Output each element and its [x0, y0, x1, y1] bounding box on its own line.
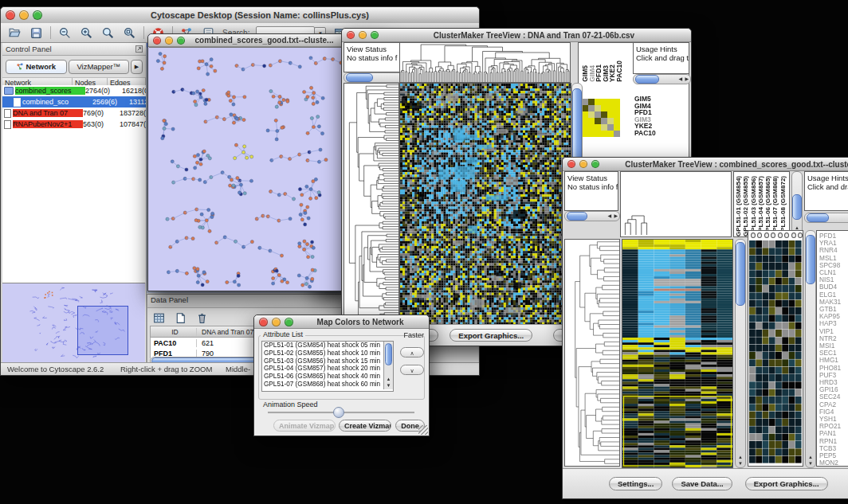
column-dendrogram-canvas[interactable] [622, 214, 650, 235]
column-label[interactable]: GPL51-07 (GSM868) [771, 176, 779, 236]
treeview-action-button[interactable]: Export Graphics... [745, 477, 828, 490]
network-list-item[interactable]: RNAPuberNov2+1 563(0) 107847(0) [2, 119, 146, 130]
zoom-selected-button[interactable] [100, 25, 116, 41]
zoom-out-button[interactable] [57, 25, 73, 41]
minimize-button[interactable] [165, 37, 173, 45]
column-labels-vscrollbar[interactable]: ▲ ▼ [791, 171, 803, 239]
column-dendrogram-panel[interactable] [399, 42, 571, 83]
overview-viewport-rect[interactable] [77, 306, 128, 355]
tab-vizmapper[interactable]: VizMapper™ [69, 60, 130, 74]
zoom-heatmap-panel[interactable] [748, 230, 803, 467]
save-session-button[interactable] [29, 25, 44, 41]
maximize-button[interactable] [177, 37, 185, 45]
window-titlebar[interactable]: ClusterMaker TreeView : DNA and Tran 07-… [342, 29, 691, 42]
minimize-button[interactable] [19, 10, 29, 20]
maximize-button[interactable] [591, 160, 599, 168]
column-label[interactable]: GIM4 [589, 65, 596, 82]
close-button[interactable] [567, 160, 575, 168]
window-titlebar[interactable]: combined_scores_good.txt--cluste... [148, 34, 345, 47]
scroll-up-icon[interactable]: ▲ [738, 455, 743, 459]
scrollbar-thumb[interactable] [385, 343, 392, 365]
close-button[interactable] [6, 10, 15, 20]
treeview-action-button[interactable]: Export Graphics... [450, 329, 532, 342]
scrollbar-thumb[interactable] [346, 73, 373, 82]
create-vizmap-button[interactable]: Create Vizmap [339, 420, 391, 432]
heatmap-panel[interactable] [399, 83, 571, 325]
main-titlebar[interactable]: Cytoscape Desktop (Session Name: collins… [1, 7, 479, 24]
maximize-button[interactable] [285, 318, 293, 326]
window-titlebar[interactable]: ClusterMaker TreeView : combined_scores_… [563, 158, 848, 171]
delete-attribute-icon[interactable] [195, 311, 209, 325]
similarity-matrix-canvas[interactable] [582, 99, 620, 137]
row-dendrogram-canvas[interactable] [344, 84, 398, 324]
network-list-item[interactable]: combined_sco 2569(6) 13112(15) [2, 96, 146, 107]
attribute-listbox[interactable]: GPL51-01 (GSM854) heat shock 05 minGPL51… [261, 341, 394, 392]
scroll-down-icon[interactable]: ▼ [808, 461, 813, 466]
tab-overflow-button[interactable]: ▶ [131, 60, 143, 74]
speed-slider-thumb[interactable] [333, 407, 344, 418]
view-status-hscrollbar[interactable]: ◀ ▶ [564, 211, 620, 221]
network-list-item[interactable]: DNA and Tran 07 769(0) 183728(0) [2, 107, 146, 119]
maximize-button[interactable] [371, 31, 379, 39]
resize-grip[interactable] [418, 425, 428, 435]
scrollbar-thumb[interactable] [792, 194, 802, 220]
column-label[interactable]: GPL51-02 (GSM855) [742, 176, 749, 236]
minimize-button[interactable] [359, 31, 367, 39]
usage-hints-hscrollbar[interactable] [804, 213, 848, 223]
close-button[interactable] [347, 31, 355, 39]
scrollbar-thumb[interactable] [806, 235, 815, 284]
attribute-item[interactable]: GPL51-02 (GSM855) heat shock 10 min [262, 350, 393, 357]
column-label[interactable]: YKE2 [609, 64, 616, 82]
create-attribute-icon[interactable] [174, 311, 187, 325]
attribute-item[interactable]: GPL51-07 (GSM868) heat shock 60 min [262, 381, 393, 389]
scroll-right-icon[interactable]: ▶ [614, 213, 618, 218]
scroll-up-icon[interactable]: ▲ [387, 377, 391, 381]
heatmap-vscrollbar[interactable]: ▲ ▼ [735, 239, 746, 468]
scroll-left-icon[interactable]: ◀ [678, 76, 682, 81]
attribute-item[interactable]: GPL51-03 (GSM856) heat shock 15 min [262, 357, 393, 365]
matrix-row-label[interactable]: PAC10 [634, 130, 656, 137]
scrollbar-thumb[interactable] [807, 213, 829, 222]
treeview-action-button[interactable]: Save Data... [672, 477, 732, 490]
column-label[interactable]: PAC10 [616, 61, 623, 82]
column-label[interactable]: GPL51-08 (GSM872) [779, 176, 787, 236]
scroll-right-icon[interactable]: ▶ [685, 76, 689, 81]
row-dendrogram-canvas[interactable] [565, 240, 619, 466]
maximize-button[interactable] [33, 10, 42, 20]
gene-heatmap-canvas[interactable] [622, 240, 732, 467]
row-dendrogram-panel[interactable] [564, 239, 620, 467]
scrollbar-thumb[interactable] [736, 242, 745, 306]
column-label[interactable]: GPL51-03 (GSM856) [750, 176, 757, 236]
column-label[interactable]: GPL51-01 (GSM854) [735, 176, 742, 236]
gene-heatmap-canvas[interactable] [400, 84, 571, 324]
float-panel-icon[interactable] [135, 45, 143, 53]
row-dendrogram-panel[interactable] [344, 83, 399, 325]
move-up-button[interactable]: ∧ [400, 347, 424, 357]
zoom-panel-vscrollbar[interactable]: ▲ ▼ [805, 230, 816, 468]
zoom-heatmap-canvas[interactable] [749, 240, 802, 463]
dialog-titlebar[interactable]: Map Colors to Network [254, 315, 429, 329]
network-list-item[interactable]: combined_scores 2764(0) 16218(0) [2, 85, 146, 96]
scroll-down-icon[interactable]: ▼ [738, 461, 743, 466]
zoom-fit-button[interactable] [122, 25, 137, 41]
attribute-item[interactable]: GPL51-01 (GSM854) heat shock 05 min [262, 342, 393, 350]
move-down-button[interactable]: ∨ [400, 365, 424, 375]
column-id[interactable]: ID [151, 328, 197, 336]
treeview-action-button[interactable]: Settings... [609, 477, 662, 490]
zoom-in-button[interactable] [79, 25, 94, 41]
scroll-left-icon[interactable]: ◀ [607, 213, 611, 218]
scrollbar-thumb[interactable] [635, 75, 659, 84]
open-file-button[interactable] [7, 25, 22, 41]
usage-hints-hscrollbar[interactable]: ◀ ▶ [633, 74, 691, 84]
scrollbar-thumb[interactable] [567, 212, 587, 221]
scroll-down-icon[interactable]: ▼ [387, 383, 391, 388]
column-dendrogram-panel[interactable] [620, 171, 732, 237]
column-dendrogram-canvas[interactable] [400, 43, 570, 82]
tab-network[interactable]: Network [6, 60, 67, 74]
column-label[interactable]: PFD1 [595, 64, 603, 82]
scroll-up-icon[interactable]: ▲ [808, 455, 813, 459]
attribute-item[interactable]: GPL51-06 (GSM865) heat shock 40 min [262, 373, 393, 381]
close-button[interactable] [259, 318, 268, 326]
network-canvas-area[interactable] [149, 47, 344, 290]
network-graph-canvas[interactable] [149, 48, 343, 289]
